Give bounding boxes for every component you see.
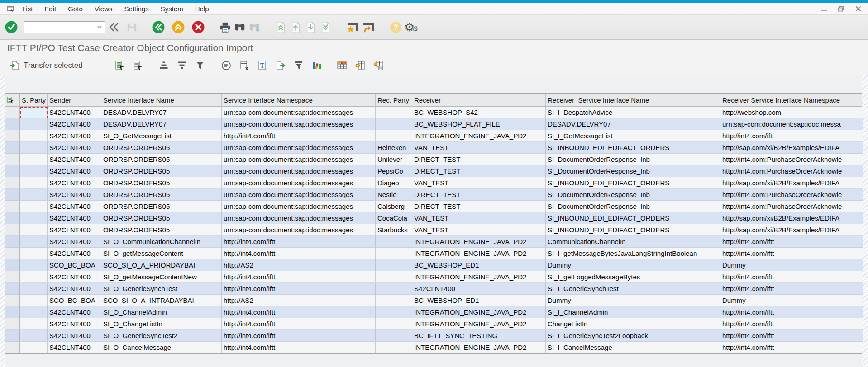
column-header-receiver-service-interface-namespace[interactable]: Receiver Service Interface Namespace — [720, 94, 863, 106]
cell-s-party[interactable] — [20, 118, 48, 130]
cell-receiver[interactable]: DIRECT_TEST — [412, 165, 546, 177]
cell-service-interface-name[interactable]: SI_O_getMessageContent — [101, 248, 222, 259]
cell-rec-party[interactable]: PepsiCo — [376, 165, 412, 177]
customize-layout-icon[interactable]: ⚙⚙ — [404, 21, 416, 33]
cell-sender[interactable]: S42CLNT400 — [48, 142, 101, 154]
cell-s-party[interactable] — [20, 342, 48, 353]
cancel-icon[interactable] — [191, 20, 205, 34]
deselect-all-icon[interactable] — [132, 60, 143, 71]
cell-receiver[interactable]: INTEGRATION_ENGINE_JAVA_PD2 — [412, 248, 546, 259]
table-row[interactable]: S42CLNT400ORDRSP.ORDERS05urn:sap-com:doc… — [5, 189, 862, 201]
cell-receiver-service-interface-name[interactable]: SI_DocumentOrderResponse_Inb — [546, 154, 720, 165]
row-selector[interactable] — [5, 283, 20, 295]
cell-receiver-service-interface-name[interactable]: Dummy — [546, 295, 720, 306]
abc-analysis-icon[interactable] — [220, 60, 232, 71]
cell-service-interface-namespace[interactable]: urn:sap-com:document:sap:idoc:messages — [222, 154, 376, 165]
cell-receiver[interactable]: S42CLNT400 — [412, 283, 546, 295]
cell-service-interface-name[interactable]: ORDRSP.ORDERS05 — [101, 189, 222, 201]
cell-service-interface-namespace[interactable]: urn:sap-com:document:sap:idoc:messages — [222, 189, 376, 201]
command-field[interactable] — [27, 24, 97, 31]
column-header-receiver-service-interface-name[interactable]: Receiver Service Interface Name — [546, 94, 720, 106]
cell-sender[interactable]: S42CLNT400 — [48, 306, 101, 318]
select-all-header-cell[interactable] — [5, 94, 20, 106]
cell-receiver[interactable]: INTEGRATION_ENGINE_JAVA_PD2 — [412, 130, 546, 142]
table-row[interactable]: S42CLNT400ORDRSP.ORDERS05urn:sap-com:doc… — [5, 165, 862, 177]
cell-rec-party[interactable]: Diageo — [376, 177, 412, 189]
table-row[interactable]: S42CLNT400SI_O_getMessageContenthttp://i… — [5, 248, 862, 259]
cell-rec-party[interactable] — [376, 259, 412, 271]
cell-sender[interactable]: S42CLNT400 — [48, 201, 101, 212]
cell-rec-party[interactable]: Unilever — [376, 154, 412, 165]
cell-receiver-service-interface-namespace[interactable]: http://int4.com/iftt — [720, 271, 863, 283]
cell-s-party[interactable] — [20, 154, 48, 165]
cell-receiver-service-interface-namespace[interactable]: http://int4.com:PurchaseOrderAcknowle — [720, 154, 863, 165]
cell-receiver-service-interface-namespace[interactable]: http://int4.com/iftt — [720, 283, 863, 295]
cell-s-party[interactable] — [20, 259, 48, 271]
cell-service-interface-name[interactable]: ORDRSP.ORDERS05 — [101, 201, 222, 212]
table-row[interactable]: S42CLNT400SI_O_getMessageContentNewhttp:… — [5, 271, 862, 283]
cell-service-interface-name[interactable]: ORDRSP.ORDERS05 — [101, 177, 222, 189]
cell-service-interface-namespace[interactable]: http://int4.com/iftt — [222, 318, 376, 330]
cell-rec-party[interactable] — [376, 130, 412, 142]
cell-rec-party[interactable] — [376, 283, 412, 295]
table-row[interactable]: S42CLNT400SI_O_CommunicationChannelInhtt… — [5, 236, 862, 248]
cell-service-interface-namespace[interactable]: http://int4.com/iftt — [222, 330, 376, 342]
restore-icon[interactable] — [837, 5, 844, 12]
row-selector[interactable] — [5, 212, 20, 224]
table-row[interactable]: S42CLNT400DESADV.DELVRY07urn:sap-com:doc… — [5, 107, 862, 118]
cell-s-party[interactable] — [20, 318, 48, 330]
cell-receiver-service-interface-namespace[interactable]: Dummy — [720, 259, 863, 271]
cell-sender[interactable]: S42CLNT400 — [48, 318, 101, 330]
cell-service-interface-namespace[interactable]: http://AS2 — [222, 295, 376, 306]
column-header-sender[interactable]: Sender — [48, 94, 101, 106]
cell-service-interface-name[interactable]: SI_O_GetMessageList — [101, 130, 222, 142]
cell-service-interface-name[interactable]: DESADV.DELVRY07 — [101, 118, 222, 130]
cell-receiver[interactable]: DIRECT_TEST — [412, 189, 546, 201]
minimize-icon[interactable] — [820, 5, 827, 12]
cell-sender[interactable]: S42CLNT400 — [48, 212, 101, 224]
cell-receiver-service-interface-namespace[interactable]: http://int4.com/iftt — [720, 248, 863, 259]
cell-receiver[interactable]: INTEGRATION_ENGINE_JAVA_PD2 — [412, 318, 546, 330]
cell-rec-party[interactable] — [376, 271, 412, 283]
first-page-icon[interactable] — [274, 21, 287, 34]
cell-service-interface-name[interactable]: SCO_SI_O_A_PRIORDAYBAI — [101, 259, 222, 271]
cell-s-party[interactable] — [20, 224, 48, 236]
cell-receiver-service-interface-name[interactable]: SI_INBOUND_EDI_EDIFACT_ORDERS — [546, 212, 720, 224]
row-selector[interactable] — [5, 271, 20, 283]
table-row[interactable]: S42CLNT400ORDRSP.ORDERS05urn:sap-com:doc… — [5, 177, 862, 189]
column-header-s-party[interactable]: S. Party — [20, 94, 48, 106]
cell-sender[interactable]: S42CLNT400 — [48, 224, 101, 236]
cell-receiver[interactable]: BC_WEBSHOP_FLAT_FILE — [412, 118, 546, 130]
cell-sender[interactable]: S42CLNT400 — [48, 165, 101, 177]
cell-receiver[interactable]: DIRECT_TEST — [412, 154, 546, 165]
cell-receiver-service-interface-namespace[interactable]: http://int4.com/iftt — [720, 130, 863, 142]
cell-receiver-service-interface-namespace[interactable]: http://int4.com/iftt — [720, 236, 863, 248]
table-row[interactable]: S42CLNT400ORDRSP.ORDERS05urn:sap-com:doc… — [5, 201, 862, 212]
cell-service-interface-name[interactable]: DESADV.DELVRY07 — [101, 107, 222, 118]
find-icon[interactable] — [234, 21, 246, 33]
cell-receiver[interactable]: INTEGRATION_ENGINE_JAVA_PD2 — [412, 306, 546, 318]
cell-receiver-service-interface-name[interactable]: SI_DocumentOrderResponse_Inb — [546, 201, 720, 212]
cell-sender[interactable]: S42CLNT400 — [48, 236, 101, 248]
column-header-service-interface-name[interactable]: Service Interface Name — [101, 94, 222, 106]
cell-rec-party[interactable] — [376, 236, 412, 248]
menu-item-views[interactable]: Views — [89, 4, 119, 14]
cell-sender[interactable]: S42CLNT400 — [48, 283, 101, 295]
cell-service-interface-namespace[interactable]: urn:sap-com:document:sap:idoc:messages — [222, 224, 376, 236]
chevron-down-icon[interactable] — [97, 26, 102, 29]
cell-rec-party[interactable] — [376, 306, 412, 318]
previous-page-icon[interactable] — [289, 21, 302, 34]
column-header-receiver[interactable]: Receiver — [412, 94, 546, 106]
cell-service-interface-namespace[interactable]: urn:sap-com:document:sap:idoc:messages — [222, 165, 376, 177]
cell-sender[interactable]: S42CLNT400 — [48, 248, 101, 259]
cell-rec-party[interactable] — [376, 118, 412, 130]
cell-service-interface-namespace[interactable]: urn:sap-com:document:sap:idoc:messages — [222, 177, 376, 189]
find-next-icon[interactable] — [248, 21, 261, 33]
cell-service-interface-namespace[interactable]: http://int4.com/iftt — [222, 306, 376, 318]
cell-receiver-service-interface-name[interactable]: Dummy — [546, 259, 720, 271]
cell-service-interface-name[interactable]: SI_O_CommunicationChannelIn — [101, 236, 222, 248]
cell-s-party[interactable] — [20, 142, 48, 154]
cell-service-interface-namespace[interactable]: http://int4.com/iftt — [222, 283, 376, 295]
row-selector[interactable] — [5, 154, 20, 165]
select-all-icon[interactable] — [114, 60, 125, 71]
